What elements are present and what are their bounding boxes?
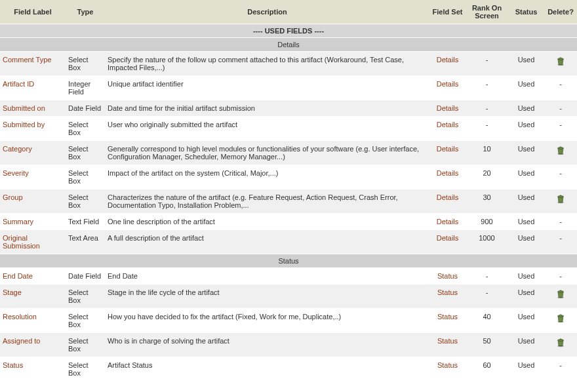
fieldset-link[interactable]: Status (437, 337, 458, 345)
field-type: Select Box (66, 165, 105, 189)
table-row: SeveritySelect BoxImpact of the artifact… (0, 165, 577, 189)
field-rank: - (466, 52, 508, 76)
fieldset-link[interactable]: Details (437, 56, 459, 64)
trash-icon[interactable] (555, 337, 566, 347)
table-row: End DateDate FieldEnd DateStatus-Used- (0, 268, 577, 284)
fieldset-link[interactable]: Details (437, 234, 459, 242)
field-status: Used (508, 141, 544, 165)
fieldset-link[interactable]: Details (437, 121, 459, 128)
table-row: GroupSelect BoxCharacterizes the nature … (0, 189, 577, 214)
fields-table: Field Label Type Description Field Set R… (0, 0, 577, 382)
field-description: Characterizes the nature of the artifact… (105, 189, 429, 214)
field-description: User who originally submitted the artifa… (105, 117, 429, 141)
field-status: Used (508, 189, 544, 214)
fieldset-link[interactable]: Status (437, 361, 458, 369)
field-label-link[interactable]: Category (3, 145, 32, 153)
field-description: Impact of the artifact on the system (Cr… (105, 165, 429, 189)
field-rank: 20 (466, 165, 508, 189)
field-delete: - (544, 268, 577, 284)
group-header-label: Status (0, 254, 577, 268)
field-rank: - (466, 284, 508, 309)
field-description: Specify the nature of the follow up comm… (105, 52, 429, 76)
fieldset-link[interactable]: Details (437, 80, 459, 88)
field-status: Used (508, 52, 544, 76)
field-delete: - (544, 165, 577, 189)
fieldset-link[interactable]: Status (437, 313, 458, 321)
field-label-link[interactable]: End Date (3, 272, 33, 280)
field-label-link[interactable]: Submitted by (3, 121, 45, 128)
field-type: Text Area (66, 230, 105, 254)
field-label-link[interactable]: Group (3, 193, 23, 201)
field-rank: 40 (466, 309, 508, 333)
fieldset-link[interactable]: Status (437, 288, 458, 296)
field-delete: - (544, 76, 577, 100)
field-rank: - (466, 268, 508, 284)
svg-point-5 (558, 196, 564, 197)
trash-icon[interactable] (555, 288, 566, 299)
trash-icon[interactable] (555, 313, 566, 323)
field-label-link[interactable]: Status (3, 361, 23, 369)
group-header-row: Status (0, 254, 577, 268)
field-description: How you have decided to fix the artifact… (105, 309, 429, 333)
field-status: Used (508, 230, 544, 254)
field-type: Select Box (66, 309, 105, 333)
table-row: SummaryText FieldOne line description of… (0, 214, 577, 230)
fieldset-link[interactable]: Details (437, 218, 459, 225)
group-header-label: Details (0, 38, 577, 52)
field-status: Used (508, 357, 544, 382)
field-label-link[interactable]: Artifact ID (3, 80, 34, 88)
col-header-fieldset: Field Set (429, 0, 466, 24)
field-description: A full description of the artifact (105, 230, 429, 254)
col-header-delete: Delete? (544, 0, 577, 24)
field-label-link[interactable]: Severity (3, 169, 29, 177)
field-status: Used (508, 100, 544, 117)
field-rank: 10 (466, 141, 508, 165)
svg-point-1 (558, 58, 564, 60)
field-description: Artifact Status (105, 357, 429, 382)
field-label-link[interactable]: Summary (3, 218, 33, 225)
field-label-link[interactable]: Assigned to (3, 337, 40, 345)
field-type: Select Box (66, 117, 105, 141)
fieldset-link[interactable]: Details (437, 193, 459, 201)
field-type: Select Box (66, 357, 105, 382)
table-row: ResolutionSelect BoxHow you have decided… (0, 309, 577, 333)
col-header-type: Type (66, 0, 105, 24)
table-row: Comment TypeSelect BoxSpecify the nature… (0, 52, 577, 76)
svg-point-9 (558, 315, 564, 317)
field-description: End Date (105, 268, 429, 284)
trash-icon[interactable] (555, 145, 566, 155)
section-header-label: ---- USED FIELDS ---- (0, 24, 577, 38)
field-type: Select Box (66, 189, 105, 214)
fieldset-link[interactable]: Details (437, 145, 459, 153)
field-rank: 50 (466, 333, 508, 357)
field-description: Date and time for the initial artifact s… (105, 100, 429, 117)
field-description: Stage in the life cycle of the artifact (105, 284, 429, 309)
field-rank: 900 (466, 214, 508, 230)
trash-icon[interactable] (555, 193, 566, 204)
field-description: Who is in charge of solving the artifact (105, 333, 429, 357)
trash-icon[interactable] (555, 56, 566, 66)
field-status: Used (508, 309, 544, 333)
field-rank: 60 (466, 357, 508, 382)
field-label-link[interactable]: Comment Type (3, 56, 51, 64)
field-label-link[interactable]: Original Submission (3, 234, 40, 250)
col-header-desc: Description (105, 0, 429, 24)
table-row: Submitted bySelect BoxUser who originall… (0, 117, 577, 141)
field-rank: - (466, 100, 508, 117)
field-label-link[interactable]: Stage (3, 288, 22, 296)
field-label-link[interactable]: Resolution (3, 313, 37, 321)
field-delete: - (544, 357, 577, 382)
fieldset-link[interactable]: Details (437, 104, 459, 112)
field-type: Date Field (66, 100, 105, 117)
section-header-row: ---- USED FIELDS ---- (0, 24, 577, 38)
field-rank: - (466, 117, 508, 141)
group-header-row: Details (0, 38, 577, 52)
field-type: Text Field (66, 214, 105, 230)
table-row: Original SubmissionText AreaA full descr… (0, 230, 577, 254)
fieldset-link[interactable]: Status (437, 272, 458, 280)
field-label-link[interactable]: Submitted on (3, 104, 45, 112)
col-header-status: Status (508, 0, 544, 24)
field-description: Unique artifact identifier (105, 76, 429, 100)
table-row: Assigned toSelect BoxWho is in charge of… (0, 333, 577, 357)
fieldset-link[interactable]: Details (437, 169, 459, 177)
